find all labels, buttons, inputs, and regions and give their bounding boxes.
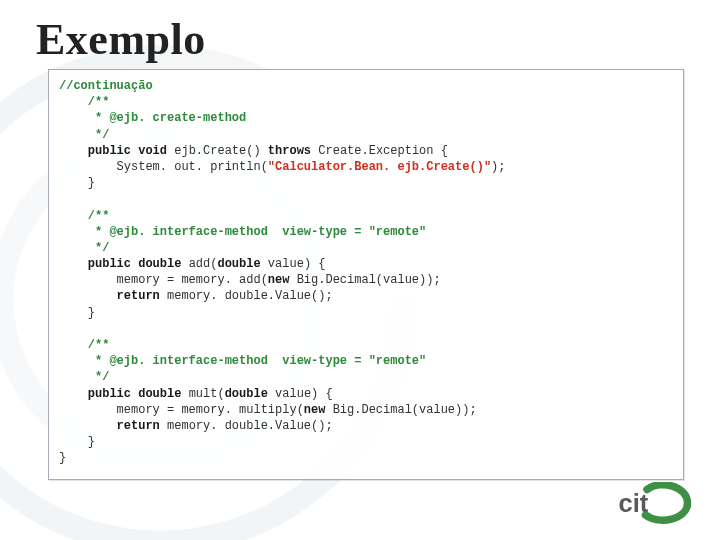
code-text: value) { xyxy=(268,387,333,401)
code-keyword: throws xyxy=(268,144,311,158)
code-text xyxy=(59,387,88,401)
code-text xyxy=(59,257,88,271)
code-text: memory. double.Value(); xyxy=(160,289,333,303)
code-keyword: new xyxy=(304,403,326,417)
code-text xyxy=(59,419,117,433)
code-keyword: new xyxy=(268,273,290,287)
code-text: ); xyxy=(491,160,505,174)
code-keyword: public double xyxy=(88,387,182,401)
code-block: //continuação /** * @ejb. create-method … xyxy=(59,78,673,467)
code-text: add( xyxy=(181,257,217,271)
code-text: mult( xyxy=(181,387,224,401)
code-comment: * @ejb. create-method xyxy=(59,111,246,125)
slide-title: Exemplo xyxy=(0,0,720,67)
brand-logo: cit xyxy=(608,482,698,524)
code-text: } xyxy=(59,176,95,190)
code-text: System. out. println( xyxy=(59,160,268,174)
code-example-box: //continuação /** * @ejb. create-method … xyxy=(48,69,684,480)
code-keyword: public double xyxy=(88,257,182,271)
code-text: value) { xyxy=(261,257,326,271)
code-comment: /** xyxy=(59,338,109,352)
code-text: } xyxy=(59,306,95,320)
code-keyword: public void xyxy=(88,144,167,158)
slide: Exemplo //continuação /** * @ejb. create… xyxy=(0,0,720,540)
code-text: memory. double.Value(); xyxy=(160,419,333,433)
code-keyword: double xyxy=(217,257,260,271)
code-text: Big.Decimal(value)); xyxy=(325,403,476,417)
code-comment: /** xyxy=(59,209,109,223)
code-comment: */ xyxy=(59,128,109,142)
code-comment: * @ejb. interface-method view-type = "re… xyxy=(59,225,426,239)
code-comment: //continuação xyxy=(59,79,153,93)
code-text: Big.Decimal(value)); xyxy=(289,273,440,287)
code-string: "Calculator.Bean. ejb.Create()" xyxy=(268,160,491,174)
code-comment: */ xyxy=(59,241,109,255)
code-text: memory = memory. multiply( xyxy=(59,403,304,417)
code-text xyxy=(59,289,117,303)
logo-text: cit xyxy=(619,489,649,517)
code-comment: * @ejb. interface-method view-type = "re… xyxy=(59,354,426,368)
code-keyword: return xyxy=(117,419,160,433)
code-text: Create.Exception { xyxy=(311,144,448,158)
code-text: } xyxy=(59,435,95,449)
code-keyword: return xyxy=(117,289,160,303)
code-text: } xyxy=(59,451,66,465)
code-comment: /** xyxy=(59,95,109,109)
code-keyword: double xyxy=(225,387,268,401)
code-text: memory = memory. add( xyxy=(59,273,268,287)
code-comment: */ xyxy=(59,370,109,384)
code-text: ejb.Create() xyxy=(167,144,268,158)
code-text xyxy=(59,144,88,158)
